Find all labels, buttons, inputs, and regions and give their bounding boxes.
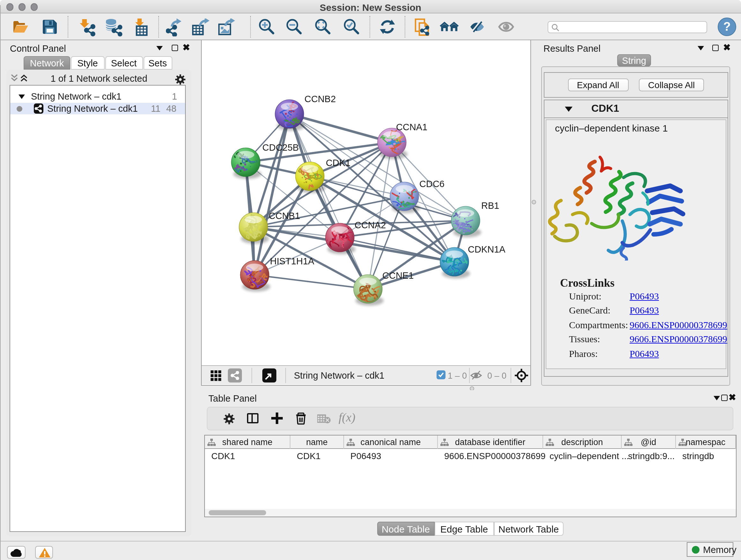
svg-text:CCNB1: CCNB1 (268, 210, 300, 221)
svg-text:CDK1: CDK1 (326, 158, 350, 168)
svg-text:CDC6: CDC6 (419, 179, 444, 189)
svg-text:?: ? (723, 20, 730, 33)
svg-text:RB1: RB1 (481, 200, 499, 210)
svg-text:CCNB2: CCNB2 (304, 94, 335, 104)
svg-text:CCNA2: CCNA2 (354, 220, 386, 230)
svg-text:HIST1H1A: HIST1H1A (270, 256, 314, 266)
svg-text:CCNE1: CCNE1 (382, 270, 413, 280)
svg-text:CDKN1A: CDKN1A (468, 244, 505, 254)
svg-text:CCNA1: CCNA1 (396, 122, 427, 132)
svg-text:CDC25B: CDC25B (262, 142, 298, 152)
